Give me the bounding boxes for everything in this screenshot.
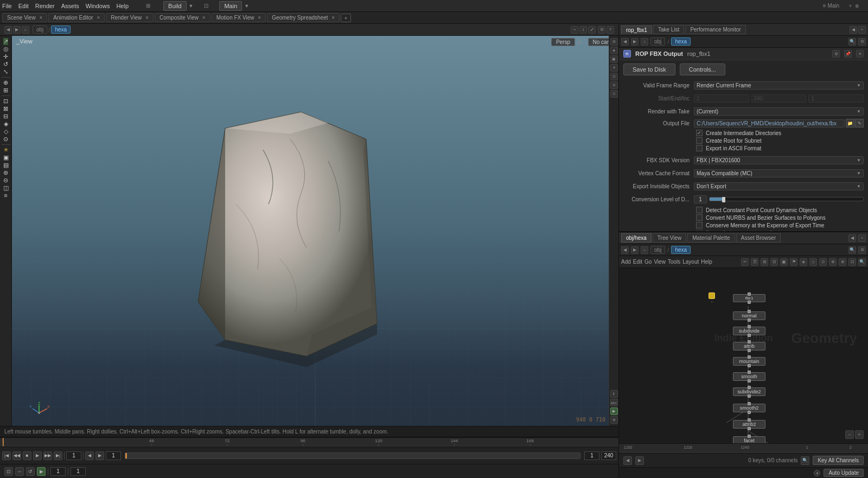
ng-menu-tools[interactable]: Tools bbox=[668, 259, 680, 265]
viewport-settings[interactable]: ⚙ bbox=[598, 26, 605, 34]
tab-scene-view[interactable]: Scene View × bbox=[2, 13, 47, 22]
menu-render[interactable]: Render bbox=[35, 3, 55, 9]
vp-icon-snap[interactable]: ⊙ bbox=[610, 90, 618, 98]
rpanel-add-tab[interactable]: + bbox=[858, 26, 866, 34]
ng-node-10[interactable]: facet bbox=[733, 436, 765, 443]
timeline-scrub[interactable] bbox=[125, 452, 580, 459]
ng-flag4[interactable]: ⊙ bbox=[819, 258, 827, 266]
ng-menu-edit[interactable]: Edit bbox=[633, 259, 642, 265]
tab-close-animation-editor[interactable]: × bbox=[97, 15, 100, 21]
session-dropdown[interactable]: Main bbox=[219, 1, 242, 11]
rpanel-obj-crumb[interactable]: obj bbox=[650, 37, 665, 46]
tab-close-composite-view[interactable]: × bbox=[202, 15, 206, 21]
tl-goto-start[interactable]: |◀ bbox=[2, 451, 11, 460]
ng-node-4[interactable]: attrib bbox=[733, 342, 765, 350]
ng-bb-zoom[interactable]: 🔍 bbox=[801, 456, 809, 465]
tl-next-frame[interactable]: ▶ bbox=[95, 451, 104, 460]
tool-edges[interactable]: ⊝ bbox=[3, 177, 8, 184]
ng-zoom-in[interactable]: 🔍 bbox=[858, 258, 866, 266]
tab-composite-view[interactable]: Composite View × bbox=[155, 13, 210, 22]
tool-snap[interactable]: ⊡ bbox=[3, 98, 8, 105]
tab-close-motion-fx-view[interactable]: × bbox=[258, 15, 261, 21]
bb-step-input[interactable]: 1 bbox=[71, 467, 86, 476]
rpanel-settings[interactable]: ⚙ bbox=[858, 38, 866, 46]
tool-lights[interactable]: ☀ bbox=[3, 146, 9, 154]
ng-add-tab[interactable]: + bbox=[858, 234, 866, 242]
tl-fps-input[interactable] bbox=[106, 451, 121, 460]
ng-menu-view[interactable]: View bbox=[654, 259, 666, 265]
ng-port-top-3[interactable] bbox=[748, 325, 751, 328]
rop-settings-btn[interactable]: ⚙ bbox=[832, 50, 840, 58]
tool-vis[interactable]: ◈ bbox=[4, 120, 8, 128]
ng-tab-asset-browser[interactable]: Asset Browser bbox=[736, 233, 781, 243]
ng-bb-btn1[interactable]: ◀ bbox=[623, 456, 632, 465]
tool-rotate[interactable]: ↺ bbox=[3, 61, 8, 68]
tool-snap2[interactable]: ⊠ bbox=[3, 105, 8, 112]
rpanel-back[interactable]: ◀ bbox=[621, 38, 629, 46]
create-dirs-checkbox[interactable]: ✓ bbox=[696, 130, 703, 136]
ng-flag6[interactable]: ⊗ bbox=[839, 258, 846, 266]
vp-icon-abc[interactable]: abc bbox=[610, 399, 618, 406]
viewport-tool3[interactable]: ⤢ bbox=[588, 26, 596, 34]
vp-icon-grid[interactable]: ⊡ bbox=[610, 73, 618, 80]
output-file-browse-btn[interactable]: 📁 bbox=[846, 119, 854, 128]
ng-flag3[interactable]: ◇ bbox=[809, 258, 817, 266]
rpanel-collapse-btn[interactable]: ◀ bbox=[850, 26, 857, 34]
tl-next-key[interactable]: ▶▶ bbox=[43, 451, 52, 460]
tl-end-frame[interactable]: 240 bbox=[601, 451, 616, 460]
vertex-cache-dropdown[interactable]: Maya Compatible (MC) ▼ bbox=[694, 169, 864, 177]
tl-play-forward[interactable]: ▶ bbox=[33, 451, 42, 460]
ng-port-bottom-5[interactable] bbox=[748, 364, 751, 367]
bb-snap-btn[interactable]: ⊡ bbox=[4, 467, 13, 476]
ng-zoom-fit[interactable]: ⊡ bbox=[848, 258, 856, 266]
tool-vis2[interactable]: ◇ bbox=[4, 128, 8, 135]
tl-stop[interactable]: ■ bbox=[23, 451, 31, 460]
output-file-input[interactable]: C:/Users/SequencVR_HMD/Desktop/houdini_o… bbox=[694, 119, 845, 128]
ng-node-9[interactable]: attrib2 bbox=[733, 420, 765, 429]
ng-zoom-out-btn[interactable]: − bbox=[845, 430, 854, 439]
ng-port-bottom-8[interactable] bbox=[748, 411, 751, 414]
ng-node-3[interactable]: subdivide bbox=[733, 327, 765, 335]
vp-icon-view[interactable]: ◈ bbox=[610, 47, 618, 54]
menu-windows[interactable]: Windows bbox=[86, 3, 110, 9]
ng-tab-tree-view[interactable]: Tree View bbox=[653, 233, 686, 243]
ng-port-top-5[interactable] bbox=[748, 355, 751, 359]
bb-frame-input[interactable]: 1 bbox=[50, 467, 66, 476]
ng-settings[interactable]: ⚙ bbox=[858, 246, 866, 254]
ng-flag1[interactable]: ⚑ bbox=[790, 258, 797, 266]
workspace-dropdown[interactable]: Build bbox=[163, 1, 186, 11]
ng-timeline-ruler[interactable]: 1192 1216 1240 1 2 bbox=[619, 443, 868, 453]
tool-misc[interactable]: ≡ bbox=[4, 192, 7, 199]
tab-motion-fx-view[interactable]: Motion FX View × bbox=[212, 13, 266, 22]
status-indicator[interactable]: ● bbox=[814, 470, 820, 476]
tl-frame-input[interactable]: 1 bbox=[66, 451, 81, 460]
tool-handle[interactable]: ⊕ bbox=[3, 79, 8, 86]
tab-close-scene-view[interactable]: × bbox=[39, 15, 42, 21]
ng-port-bottom-6[interactable] bbox=[748, 379, 751, 383]
tool-transform[interactable]: ✛ bbox=[3, 53, 8, 60]
controls-btn[interactable]: Controls... bbox=[680, 63, 725, 75]
ng-node-2[interactable]: normal bbox=[733, 311, 765, 320]
tl-prev-key[interactable]: ◀◀ bbox=[12, 451, 21, 460]
tab-close-geometry-spreadsheet[interactable]: × bbox=[331, 15, 335, 21]
fbx-sdk-dropdown[interactable]: FBX | FBX201600 ▼ bbox=[694, 156, 864, 164]
node-graph-canvas[interactable]: Indie Edition Geometry ← bbox=[619, 268, 868, 443]
viewport-tool2[interactable]: ↕ bbox=[579, 26, 587, 34]
ng-bb-btn2[interactable]: ▶ bbox=[635, 456, 644, 465]
ng-port-bottom-9[interactable] bbox=[748, 427, 751, 430]
viewport-canvas[interactable]: _View Persp ▼ No cam ▼ ⊞ ◈ ▣ ☀ bbox=[12, 36, 618, 426]
start-val[interactable]: 1 bbox=[694, 94, 749, 103]
menu-file[interactable]: File bbox=[2, 3, 12, 9]
persp-button[interactable]: Persp bbox=[551, 38, 575, 46]
timeline-ruler[interactable]: 1 48 72 96 120 144 168 bbox=[0, 438, 618, 447]
end-val[interactable]: 240 bbox=[751, 94, 807, 103]
rop-close-btn[interactable]: ✕ bbox=[856, 50, 864, 58]
ng-flag2[interactable]: ◈ bbox=[800, 258, 807, 266]
viewport-obj-breadcrumb[interactable]: obj bbox=[33, 26, 47, 34]
render-with-take-dropdown[interactable]: (Current) ▼ bbox=[694, 107, 864, 116]
ng-menu-help[interactable]: Help bbox=[701, 259, 712, 265]
vp-icon-lighting[interactable]: ☀ bbox=[610, 64, 618, 72]
ng-forward[interactable]: ▶ bbox=[631, 246, 639, 254]
tool-mats[interactable]: ◫ bbox=[3, 184, 9, 192]
tool-select[interactable]: ↗ bbox=[3, 38, 8, 45]
